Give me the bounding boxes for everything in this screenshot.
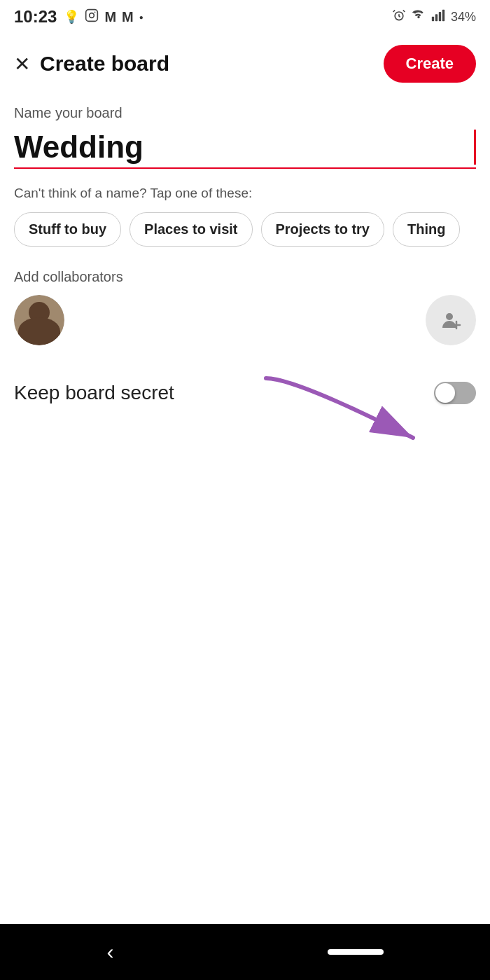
create-button[interactable]: Create bbox=[384, 45, 476, 83]
svg-rect-7 bbox=[442, 9, 444, 21]
page-header: ✕ Create board Create bbox=[0, 34, 490, 94]
suggestion-chips: Stuff to buy Places to visit Projects to… bbox=[14, 212, 476, 247]
board-name-input[interactable] bbox=[14, 130, 472, 165]
chip-thing[interactable]: Thing bbox=[393, 212, 460, 247]
keep-secret-row: Keep board secret bbox=[14, 373, 476, 413]
page-title: Create board bbox=[40, 52, 169, 76]
chip-places-to-visit[interactable]: Places to visit bbox=[130, 212, 252, 247]
medium-icon: M bbox=[104, 9, 116, 25]
battery-text: 34% bbox=[451, 10, 476, 25]
board-name-label: Name your board bbox=[14, 105, 476, 121]
svg-rect-5 bbox=[435, 14, 438, 21]
chip-projects-to-try[interactable]: Projects to try bbox=[261, 212, 384, 247]
add-person-icon bbox=[440, 309, 462, 331]
board-name-field[interactable] bbox=[14, 130, 476, 169]
add-collaborator-button[interactable] bbox=[426, 295, 476, 345]
svg-point-8 bbox=[446, 313, 453, 320]
home-indicator[interactable] bbox=[328, 949, 384, 955]
header-left: ✕ Create board bbox=[14, 52, 169, 76]
status-left: 10:23 💡 M M ● bbox=[14, 7, 144, 27]
collaborators-label: Add collaborators bbox=[14, 269, 476, 285]
signal-icon bbox=[431, 8, 445, 26]
svg-point-1 bbox=[90, 13, 94, 18]
status-bar: 10:23 💡 M M ● bbox=[0, 0, 490, 34]
svg-point-2 bbox=[94, 12, 96, 13]
toggle-knob bbox=[435, 383, 455, 403]
collaborators-row bbox=[14, 295, 476, 345]
text-cursor bbox=[474, 130, 476, 165]
status-icons: 💡 M M ● bbox=[64, 8, 143, 25]
medium-icon-2: M bbox=[122, 9, 134, 25]
main-content: Name your board Can't think of a name? T… bbox=[0, 105, 490, 413]
svg-rect-0 bbox=[86, 10, 98, 22]
alarm-icon bbox=[392, 8, 406, 26]
keep-secret-label: Keep board secret bbox=[14, 382, 174, 404]
close-icon[interactable]: ✕ bbox=[14, 53, 30, 76]
instagram-icon bbox=[85, 8, 99, 25]
svg-rect-6 bbox=[439, 12, 441, 21]
avatar[interactable] bbox=[14, 295, 64, 345]
wifi-icon bbox=[412, 8, 426, 26]
bottom-navigation: ‹ bbox=[0, 924, 490, 980]
back-button[interactable]: ‹ bbox=[107, 940, 114, 964]
bulb-icon: 💡 bbox=[64, 9, 79, 25]
status-time: 10:23 bbox=[14, 7, 57, 27]
svg-rect-4 bbox=[432, 16, 434, 21]
keep-secret-toggle[interactable] bbox=[434, 382, 476, 404]
dot-icon: ● bbox=[139, 13, 144, 21]
suggestion-text: Can't think of a name? Tap one of these: bbox=[14, 186, 476, 201]
user-avatar bbox=[14, 295, 64, 345]
status-right: 34% bbox=[392, 8, 476, 26]
chip-stuff-to-buy[interactable]: Stuff to buy bbox=[14, 212, 121, 247]
